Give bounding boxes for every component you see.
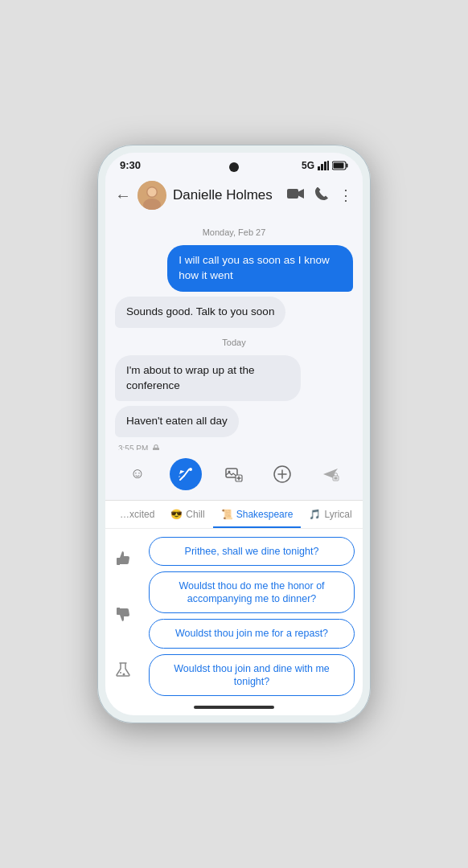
video-icon <box>287 187 305 200</box>
tab-shakespeare-label: Shakespeare <box>236 509 294 520</box>
date-label-today: Today <box>115 338 353 347</box>
tab-formal[interactable]: For… <box>360 501 363 528</box>
tab-shakespeare-emoji: 📜 <box>221 509 233 520</box>
lock-icon <box>151 444 161 449</box>
tab-excited-label: …xcited <box>120 509 154 520</box>
avatar-image <box>138 181 166 210</box>
flask-button[interactable] <box>110 657 136 682</box>
tab-excited[interactable]: …xcited <box>112 501 162 528</box>
contact-name: Danielle Holmes <box>173 187 281 203</box>
date-label-monday: Monday, Feb 27 <box>115 227 353 237</box>
image-icon <box>225 466 243 482</box>
thumbs-down-icon <box>114 605 132 623</box>
back-button[interactable]: ← <box>115 186 131 205</box>
svg-point-10 <box>148 188 157 197</box>
svg-rect-6 <box>333 162 343 168</box>
svg-point-13 <box>189 468 192 471</box>
tab-lyrical[interactable]: 🎵 Lyrical <box>301 501 359 528</box>
svg-rect-3 <box>327 161 329 170</box>
message-row-3: I'm about to wrap up at the conference <box>115 355 353 402</box>
home-bar <box>194 706 274 709</box>
suggestion-4[interactable]: Wouldst thou join and dine with me tonig… <box>149 654 355 697</box>
video-call-button[interactable] <box>287 187 305 204</box>
message-row-2: Sounds good. Talk to you soon <box>115 297 353 328</box>
tab-shakespeare[interactable]: 📜 Shakespeare <box>213 501 302 528</box>
ai-suggestions: Prithee, shall we dine tonight? Wouldst … <box>141 529 363 700</box>
svg-point-20 <box>120 672 121 674</box>
tab-lyrical-emoji: 🎵 <box>309 509 321 520</box>
compose-toolbar: ☺ <box>113 457 355 493</box>
bubble-sent-1: I will call you as soon as I know how it… <box>167 245 353 292</box>
phone-screen: 9:30 5G ← <box>105 153 363 715</box>
tab-chill[interactable]: 😎 Chill <box>162 501 212 528</box>
send-lock-icon <box>322 465 339 483</box>
bubble-received-3: I'm about to wrap up at the conference <box>115 355 301 402</box>
phone-call-button[interactable] <box>314 186 329 205</box>
bubble-received-2: Sounds good. Talk to you soon <box>115 297 285 328</box>
magic-rewrite-button[interactable] <box>170 458 202 490</box>
svg-rect-1 <box>321 164 323 170</box>
status-time: 9:30 <box>120 159 141 171</box>
message-row-1: I will call you as soon as I know how it… <box>115 245 353 292</box>
tab-chill-emoji: 😎 <box>170 509 183 520</box>
more-options-button[interactable]: ⋮ <box>339 186 353 204</box>
suggestion-3[interactable]: Wouldst thou join me for a repast? <box>149 619 355 648</box>
suggestion-1[interactable]: Prithee, shall we dine tonight? <box>149 537 355 566</box>
emoji-icon: ☺ <box>130 465 145 482</box>
time-text: 3:55 PM <box>118 444 148 450</box>
avatar <box>138 181 166 210</box>
ai-tabs: …xcited 😎 Chill 📜 Shakespeare 🎵 Lyrical … <box>105 501 363 529</box>
svg-rect-2 <box>324 162 326 170</box>
feedback-actions <box>105 529 141 700</box>
status-icons: 5G <box>302 160 348 171</box>
suggestion-2[interactable]: Wouldst thou do me the honor of accompan… <box>149 571 355 614</box>
tab-lyrical-label: Lyrical <box>324 509 351 520</box>
magic-pen-icon <box>178 466 194 482</box>
chat-header: ← Danielle Holmes <box>105 174 363 216</box>
svg-rect-11 <box>287 189 298 199</box>
tab-chill-label: Chill <box>186 509 204 520</box>
camera-notch <box>229 162 239 172</box>
message-time: 3:55 PM <box>115 444 353 449</box>
phone-icon <box>314 186 329 201</box>
signal-label: 5G <box>302 160 314 171</box>
header-actions: ⋮ <box>287 186 353 205</box>
home-indicator <box>105 699 363 715</box>
image-button[interactable] <box>218 458 250 490</box>
add-button[interactable] <box>266 458 298 490</box>
send-locked-button[interactable] <box>314 458 347 490</box>
svg-rect-5 <box>346 163 347 167</box>
battery-icon <box>332 161 348 170</box>
svg-rect-19 <box>335 477 338 479</box>
emoji-button[interactable]: ☺ <box>121 458 154 490</box>
thumbs-up-icon <box>114 550 132 567</box>
bubble-received-4: Haven't eaten all day <box>115 406 239 437</box>
svg-point-21 <box>123 673 125 675</box>
compose-area: ☺ <box>105 450 363 500</box>
thumbs-down-button[interactable] <box>110 601 136 627</box>
thumbs-up-button[interactable] <box>110 546 136 571</box>
add-icon <box>273 465 291 483</box>
flask-icon <box>115 661 131 678</box>
svg-rect-0 <box>318 166 320 170</box>
chat-area: Monday, Feb 27 I will call you as soon a… <box>105 216 363 450</box>
phone-frame: 9:30 5G ← <box>97 145 371 723</box>
signal-bars-icon <box>318 161 329 170</box>
message-row-4: Haven't eaten all day <box>115 406 353 437</box>
ai-panel: …xcited 😎 Chill 📜 Shakespeare 🎵 Lyrical … <box>105 500 363 700</box>
